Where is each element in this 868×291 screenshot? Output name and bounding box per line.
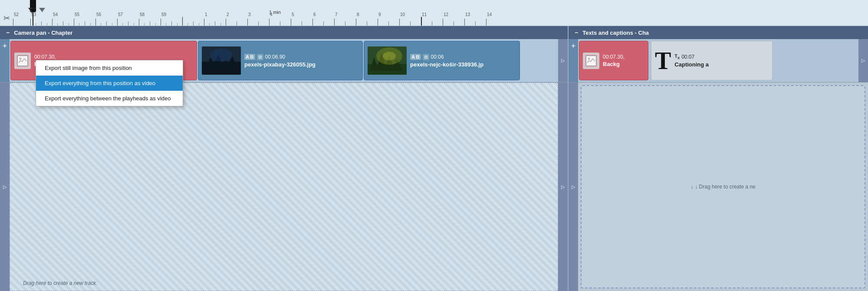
text-clip-name: Captioning a bbox=[674, 61, 709, 68]
clip2-frame-icon: ⊞ bbox=[257, 54, 263, 60]
clip-pixabay[interactable]: A B ⊞ 00:06.90 pexels-pixabay-326055.jpg bbox=[198, 41, 363, 80]
sub-track-right-arrow: ▷ bbox=[558, 83, 568, 291]
camera-pan-header: − Camera pan - Chapter bbox=[0, 26, 568, 39]
clip2-duration: 00:06.90 bbox=[265, 54, 286, 60]
add-clip-button[interactable]: + bbox=[0, 39, 10, 82]
clip3-duration: 00:06 bbox=[431, 54, 444, 60]
drag-down-icon: ↓ bbox=[690, 184, 693, 190]
texts-clips-row: 00:07.30, Backg T Tx 00:07 Captioning a bbox=[578, 39, 858, 82]
add-text-clip-button[interactable]: + bbox=[569, 39, 578, 82]
clip3-ab-icon: A B bbox=[410, 54, 421, 60]
text-clip-duration: 00:07 bbox=[681, 54, 694, 60]
right-clip1-duration: 00:07.30, bbox=[603, 54, 625, 60]
collapse-texts-track-button[interactable]: − bbox=[573, 29, 580, 36]
clip2-info: A B ⊞ 00:06.90 pexels-pixabay-326055.jpg bbox=[244, 54, 316, 68]
text-caption-clip[interactable]: T Tx 00:07 Captioning a bbox=[651, 41, 773, 80]
texts-captions-title: Texts and captions - Cha bbox=[582, 30, 649, 36]
right-clip1-name: Backg bbox=[603, 61, 625, 67]
context-menu-export-video[interactable]: Export everything from this position as … bbox=[36, 76, 183, 91]
sub-track-container: ▷ Drag here to create a new track. ▷ bbox=[0, 83, 568, 291]
context-menu-export-still[interactable]: Export still image from this position bbox=[36, 60, 183, 76]
svg-point-1 bbox=[20, 57, 22, 60]
right-clip1-info: 00:07.30, Backg bbox=[603, 54, 625, 67]
playhead2-triangle bbox=[39, 8, 45, 12]
clip-nejc[interactable]: A B ⊞ 00:06 pexels-nejc-košir-338936.jp bbox=[364, 41, 520, 80]
timeline-area: − Camera pan - Chapter + bbox=[0, 26, 868, 291]
clip2-name: pexels-pixabay-326055.jpg bbox=[244, 61, 316, 68]
texts-captions-panel: − Texts and captions - Cha + bbox=[569, 26, 868, 291]
text-clip-T-icon: T bbox=[655, 49, 671, 73]
texts-drag-label: ↓ ↓ Drag here to create a ne bbox=[690, 184, 755, 190]
texts-captions-header: − Texts and captions - Cha bbox=[569, 26, 868, 39]
scissors-icon[interactable]: ✂ bbox=[3, 13, 10, 23]
playhead-line[interactable] bbox=[33, 0, 33, 26]
sub-track-area[interactable]: Drag here to create a new track. bbox=[10, 83, 558, 291]
texts-drag-area[interactable]: ↓ ↓ Drag here to create a ne bbox=[578, 83, 868, 291]
svg-point-18 bbox=[588, 57, 590, 60]
sub-track-row: ▷ Drag here to create a new track. ▷ bbox=[0, 83, 568, 291]
camera-pan-panel: − Camera pan - Chapter + bbox=[0, 26, 569, 291]
clip2-ab-icon: A B bbox=[244, 54, 255, 60]
collapse-camera-track-button[interactable]: − bbox=[4, 29, 11, 36]
context-menu: Export still image from this position Ex… bbox=[36, 60, 183, 106]
texts-sub-track: ▷ ↓ ↓ Drag here to create a ne bbox=[569, 83, 868, 291]
text-fx-label: Tx bbox=[674, 53, 680, 60]
texts-track-right-arrow: ▷ bbox=[858, 39, 868, 82]
timeline-ruler: ✂ 1 min 52 53 bbox=[0, 0, 868, 26]
drag-new-track-label: Drag here to create a new track. bbox=[23, 280, 97, 286]
texts-sub-left-arrow: ▷ bbox=[569, 83, 578, 291]
clip1-duration: 00:07.30, bbox=[34, 54, 107, 60]
clip-right-image[interactable]: 00:07.30, Backg bbox=[579, 41, 648, 80]
clip2-thumbnail bbox=[202, 46, 241, 75]
text-clip-info: Tx 00:07 Captioning a bbox=[674, 53, 709, 67]
svg-point-16 bbox=[383, 52, 396, 60]
clip-frame-icon bbox=[14, 53, 31, 69]
svg-point-8 bbox=[210, 49, 232, 62]
texts-track-content: + 00:07.30, Backg bbox=[569, 39, 868, 83]
sub-track-left-arrow: ▷ bbox=[0, 83, 10, 291]
clip3-thumbnail bbox=[368, 46, 407, 75]
right-clip-frame-icon bbox=[583, 53, 599, 69]
context-menu-export-between[interactable]: Export everything between the playheads … bbox=[36, 91, 183, 106]
clip3-info: A B ⊞ 00:06 pexels-nejc-košir-338936.jp bbox=[410, 54, 483, 68]
texts-drag-drop-zone[interactable]: ↓ ↓ Drag here to create a ne bbox=[581, 85, 865, 288]
clip3-name: pexels-nejc-košir-338936.jp bbox=[410, 61, 483, 68]
clip3-frame-icon: ⊞ bbox=[423, 54, 429, 60]
camera-pan-title: Camera pan - Chapter bbox=[14, 30, 72, 36]
track-right-arrow: ▷ bbox=[558, 39, 568, 82]
